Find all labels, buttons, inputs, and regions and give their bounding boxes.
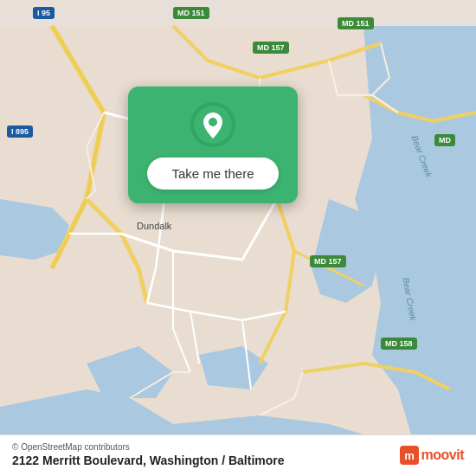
location-card: Take me there [128, 87, 298, 203]
moovit-icon: m [400, 446, 419, 465]
place-label-dundalk: Dundalk [137, 221, 171, 231]
take-me-there-button[interactable]: Take me there [147, 158, 278, 190]
highway-shield-md157a: MD 157 [253, 42, 289, 54]
highway-shield-i95: I 95 [33, 7, 55, 19]
svg-text:m: m [404, 449, 415, 462]
address-text: 2122 Merritt Boulevard, Washington / Bal… [12, 453, 285, 467]
moovit-text: moovit [421, 447, 464, 463]
highway-shield-md158: MD 158 [381, 338, 417, 350]
svg-point-3 [209, 118, 217, 126]
map-svg [0, 0, 476, 476]
osm-credit: © OpenStreetMap contributors [12, 442, 285, 452]
map-pin-icon [190, 102, 235, 147]
highway-shield-md151b: MD 151 [338, 17, 374, 29]
bottom-left: © OpenStreetMap contributors 2122 Merrit… [12, 442, 285, 467]
bottom-bar: © OpenStreetMap contributors 2122 Merrit… [0, 434, 476, 476]
highway-shield-md: MD [434, 134, 455, 146]
highway-shield-md157b: MD 157 [310, 255, 346, 267]
highway-shield-i895: I 895 [7, 125, 33, 138]
highway-shield-md151a: MD 151 [173, 7, 209, 19]
moovit-logo: m moovit [400, 446, 464, 465]
map-container: I 95 I 895 MD 151 MD 151 MD 157 MD 157 M… [0, 0, 476, 476]
